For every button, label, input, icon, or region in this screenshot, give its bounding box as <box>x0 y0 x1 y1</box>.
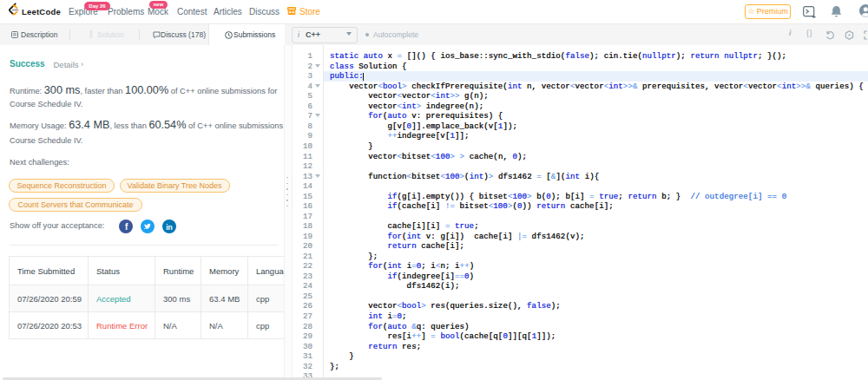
svg-text:in: in <box>166 222 173 231</box>
